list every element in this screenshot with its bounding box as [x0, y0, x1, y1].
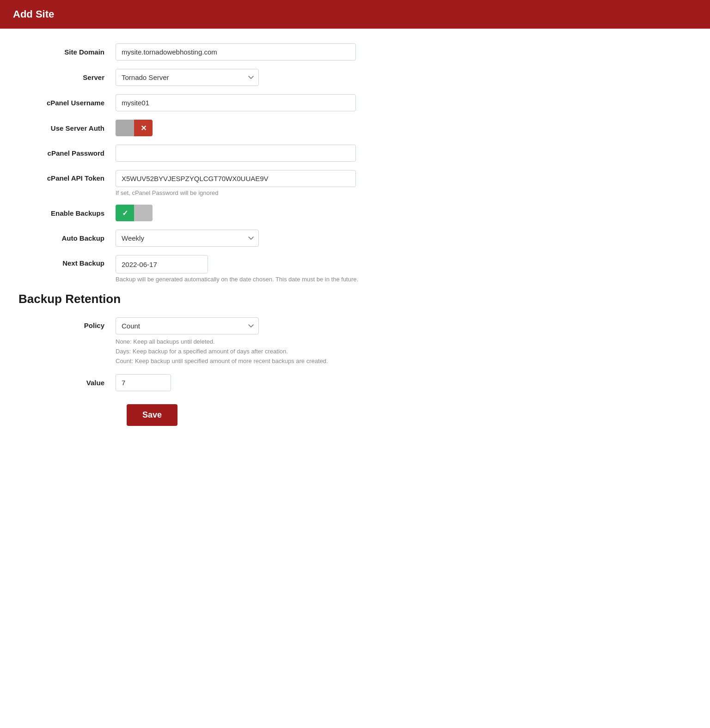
enable-backups-row: Enable Backups ✓	[18, 205, 536, 221]
enable-backups-label: Enable Backups	[18, 209, 116, 217]
policy-hint-count: Count: Keep backup until specified amoun…	[116, 357, 328, 366]
next-backup-label: Next Backup	[18, 255, 116, 267]
value-input[interactable]	[116, 374, 171, 391]
save-button[interactable]: Save	[127, 404, 178, 426]
add-site-form: Site Domain Server Tornado Server cPanel…	[0, 29, 555, 444]
use-server-auth-toggle[interactable]: ✕	[116, 120, 153, 136]
toggle-on-red-side: ✕	[134, 120, 153, 136]
policy-hint-block: None: Keep all backups until deleted. Da…	[116, 337, 328, 366]
cpanel-api-token-input[interactable]	[116, 170, 356, 187]
server-label: Server	[18, 73, 116, 81]
cpanel-username-input[interactable]	[116, 94, 356, 111]
policy-row: Policy None Days Count None: Keep all ba…	[18, 317, 536, 366]
cpanel-password-row: cPanel Password	[18, 145, 536, 162]
next-backup-hint: Backup will be generated automatically o…	[116, 276, 358, 283]
enable-backups-toggle[interactable]: ✓	[116, 205, 153, 221]
page-header: Add Site	[0, 0, 710, 29]
server-select[interactable]: Tornado Server	[116, 69, 259, 86]
cpanel-api-token-hint: If set, cPanel Password will be ignored	[116, 189, 356, 196]
auto-backup-select[interactable]: Weekly Daily Monthly None	[116, 230, 259, 247]
cpanel-password-input[interactable]	[116, 145, 356, 162]
toggle-off-side	[116, 120, 134, 136]
next-backup-input-wrapper: 31	[116, 255, 208, 273]
cpanel-api-token-label: cPanel API Token	[18, 170, 116, 182]
next-backup-group: 31 Backup will be generated automaticall…	[116, 255, 358, 283]
toggle-inactive-side	[134, 205, 153, 221]
value-label: Value	[18, 379, 116, 387]
policy-group: None Days Count None: Keep all backups u…	[116, 317, 328, 366]
check-icon: ✓	[122, 209, 128, 218]
cpanel-password-label: cPanel Password	[18, 149, 116, 157]
policy-hint-days: Days: Keep backup for a specified amount…	[116, 347, 328, 357]
auto-backup-label: Auto Backup	[18, 234, 116, 242]
next-backup-input[interactable]	[116, 256, 208, 273]
cpanel-username-label: cPanel Username	[18, 99, 116, 107]
policy-select[interactable]: None Days Count	[116, 317, 259, 334]
policy-hint-none: None: Keep all backups until deleted.	[116, 337, 328, 347]
auto-backup-row: Auto Backup Weekly Daily Monthly None	[18, 230, 536, 247]
site-domain-label: Site Domain	[18, 48, 116, 56]
save-row: Save	[18, 404, 536, 426]
use-server-auth-row: Use Server Auth ✕	[18, 120, 536, 136]
use-server-auth-label: Use Server Auth	[18, 124, 116, 132]
server-row: Server Tornado Server	[18, 69, 536, 86]
cpanel-api-token-row: cPanel API Token If set, cPanel Password…	[18, 170, 536, 196]
site-domain-row: Site Domain	[18, 43, 536, 61]
times-icon: ✕	[141, 124, 147, 133]
page-title: Add Site	[13, 8, 54, 20]
cpanel-api-token-group: If set, cPanel Password will be ignored	[116, 170, 356, 196]
toggle-green-side: ✓	[116, 205, 134, 221]
cpanel-username-row: cPanel Username	[18, 94, 536, 111]
next-backup-row: Next Backup 31 Backup will be generated …	[18, 255, 536, 283]
backup-retention-title: Backup Retention	[18, 292, 536, 306]
value-row: Value	[18, 374, 536, 391]
site-domain-input[interactable]	[116, 43, 356, 61]
policy-label: Policy	[18, 317, 116, 329]
